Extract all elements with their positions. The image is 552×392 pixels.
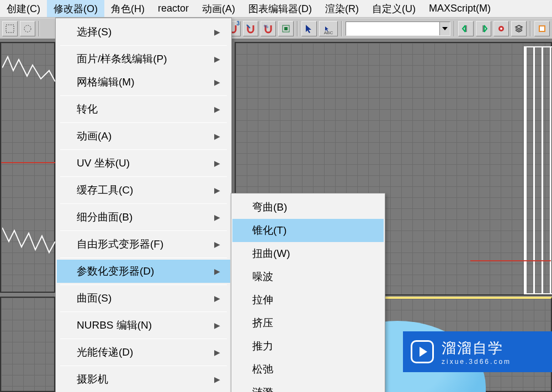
model-mesh [524,46,552,294]
toolbar-separator [297,21,298,36]
toolbar-separator [39,21,40,36]
menu-character[interactable]: 角色(H) [104,0,151,17]
tool-select-region-icon[interactable] [2,21,18,36]
toolbar-separator [341,21,342,36]
viewport-top-left[interactable] [0,42,55,293]
tool-magnet-angle-icon[interactable] [243,21,258,36]
submenu-item-twist[interactable]: 扭曲(W) [232,242,384,265]
menu-item-mesh-edit[interactable]: 网格编辑(M)▶ [57,71,230,94]
menu-separator [60,339,227,339]
menu-separator [60,312,227,312]
chevron-right-icon: ▶ [214,132,220,141]
menu-modifier[interactable]: 修改器(O) [47,0,104,17]
menu-item-parametric-deformers[interactable]: 参数化变形器(D)▶ [57,260,230,283]
tool-magnet-percent-icon[interactable]: % [261,21,276,36]
menu-item-selection[interactable]: 选择(S)▶ [57,20,230,44]
chevron-right-icon: ▶ [214,348,220,357]
chevron-right-icon: ▶ [214,240,220,249]
toolbar-separator [454,21,455,36]
menu-item-uv-coord[interactable]: UV 坐标(U)▶ [57,152,230,175]
chevron-right-icon: ▶ [214,28,220,36]
axis-line [470,260,551,261]
svg-rect-8 [540,26,544,31]
menu-reactor[interactable]: reactor [151,0,195,17]
svg-point-6 [500,28,502,30]
tool-schematic-icon[interactable] [534,21,550,36]
chevron-right-icon: ▶ [214,294,220,303]
chevron-right-icon: ▶ [214,159,220,168]
submenu-item-ripple[interactable]: 涟漪 [232,381,384,392]
svg-text:%: % [264,24,268,29]
menu-separator [60,366,227,366]
tool-layers-icon[interactable] [511,21,527,36]
submenu-item-squeeze[interactable]: 挤压 [232,312,384,335]
tool-align-icon[interactable] [493,21,509,36]
svg-rect-0 [6,25,14,33]
submenu-item-push[interactable]: 推力 [232,335,384,358]
watermark-badge: 溜溜自学 zixue.3d66.com [403,331,552,372]
menu-separator [60,176,227,177]
viewport-bottom-left[interactable] [0,297,55,392]
submenu-item-taper[interactable]: 锥化(T) [232,219,384,242]
menu-separator [60,230,227,231]
menu-render[interactable]: 渲染(R) [319,0,365,17]
svg-rect-4 [284,27,288,30]
menu-customize[interactable]: 自定义(U) [365,0,422,17]
chevron-right-icon: ▶ [214,267,220,276]
menu-item-surface[interactable]: 曲面(S)▶ [57,287,230,310]
tool-cursor-icon[interactable] [301,21,317,36]
play-icon [411,340,434,363]
menu-item-animation[interactable]: 动画(A)▶ [57,125,230,148]
tool-mirror-prev-icon[interactable] [458,21,474,36]
waveform-line [2,225,55,264]
chevron-right-icon: ▶ [214,375,220,384]
named-selection-dropdown[interactable] [346,22,450,36]
toolbar-separator [530,21,531,36]
submenu-item-stretch[interactable]: 拉伸 [232,288,384,312]
menu-item-patch-spline-edit[interactable]: 面片/样条线编辑(P)▶ [57,47,230,71]
watermark-url: zixue.3d66.com [442,358,511,366]
chevron-right-icon: ▶ [214,105,220,114]
tool-mirror-next-icon[interactable] [476,21,491,36]
tool-abc-cursor-icon[interactable]: ABC [319,21,338,36]
menu-create[interactable]: 创建(C) [0,0,47,17]
parametric-submenu: 弯曲(B) 锥化(T) 扭曲(W) 噪波 拉伸 挤压 推力 松弛 涟漪 [231,193,385,392]
menu-item-cache-tools[interactable]: 缓存工具(C)▶ [57,179,230,202]
chevron-right-icon: ▶ [214,213,220,222]
submenu-item-bend[interactable]: 弯曲(B) [232,196,384,219]
chevron-right-icon: ▶ [214,55,220,63]
menu-item-camera[interactable]: 摄影机▶ [57,368,230,391]
waveform-line [2,54,55,87]
tool-select-lasso-icon[interactable] [20,21,35,36]
menu-separator [60,45,227,46]
menu-separator [60,149,227,150]
menu-graph-editor[interactable]: 图表编辑器(D) [242,0,319,17]
menu-separator [60,95,227,96]
menu-item-convert[interactable]: 转化▶ [57,98,230,121]
svg-point-1 [24,25,31,32]
submenu-item-noise[interactable]: 噪波 [232,265,384,288]
menu-separator [60,203,227,204]
menu-separator [60,284,227,285]
axis-line [1,162,56,163]
modifier-menu: 选择(S)▶ 面片/样条线编辑(P)▶ 网格编辑(M)▶ 转化▶ 动画(A)▶ … [55,18,232,392]
watermark-title: 溜溜自学 [442,339,511,358]
menu-maxscript[interactable]: MAXScript(M) [422,0,497,17]
menubar: 创建(C) 修改器(O) 角色(H) reactor 动画(A) 图表编辑器(D… [0,0,552,18]
menu-item-radiosity[interactable]: 光能传递(D)▶ [57,341,230,364]
menu-item-ffd[interactable]: 自由形式变形器(F)▶ [57,233,230,256]
tool-grid-snap-icon[interactable] [278,21,294,36]
submenu-item-relax[interactable]: 松弛 [232,358,384,381]
chevron-right-icon: ▶ [214,78,220,87]
menu-animation[interactable]: 动画(A) [195,0,242,17]
menu-separator [60,257,227,258]
menu-separator [60,122,227,123]
chevron-right-icon: ▶ [214,186,220,195]
menu-item-subdivision[interactable]: 细分曲面(B)▶ [57,206,230,229]
menu-item-nurbs-edit[interactable]: NURBS 编辑(N)▶ [57,314,230,337]
chevron-right-icon: ▶ [214,321,220,330]
